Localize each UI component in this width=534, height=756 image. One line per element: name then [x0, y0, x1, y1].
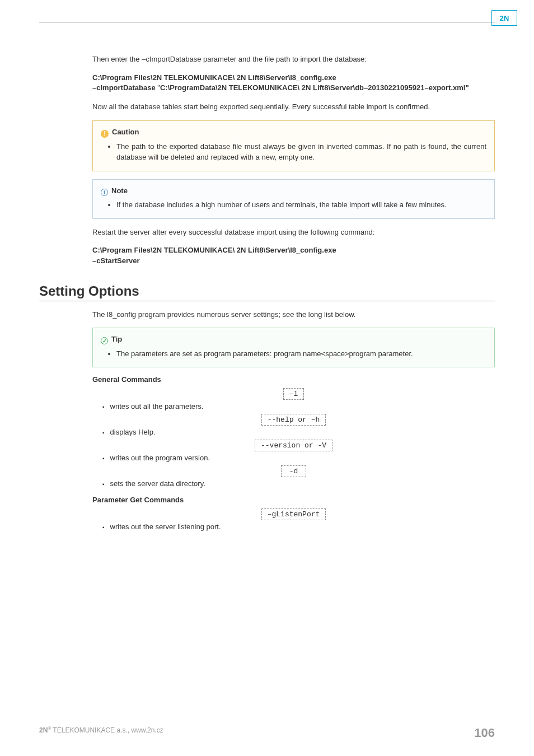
flag-glisten-row: –gListenPort [92, 508, 495, 520]
page-number: 106 [474, 726, 495, 740]
cmd1-line2a: –cImportDatabase [92, 83, 157, 92]
flag-help-desc-item: displays Help. [102, 428, 495, 436]
flag-d-desc-item: sets the server data directory. [102, 479, 495, 488]
parameter-get-heading: Parameter Get Commands [92, 496, 495, 504]
section-heading: Setting Options [39, 283, 495, 301]
tip-title-row: ✓Tip [101, 334, 486, 345]
flag-glisten-code: –gListenPort [261, 508, 326, 520]
flag-glisten-desc-item: writes out the server listening port. [102, 522, 495, 531]
general-commands-heading: General Commands [92, 375, 495, 384]
flag-d-row: -d [92, 465, 495, 477]
cmd1-line2c: C:\ProgramData\2N TELEKOMUNIKACE\ 2N Lif… [160, 83, 469, 92]
footer-company: TELEKOMUNIKACE a.s., www.2n.cz [51, 726, 163, 734]
note-admonition: iNote If the database includes a high nu… [92, 179, 495, 219]
flag-d-desc: sets the server data directory. [110, 479, 205, 488]
cmd1-line1: C:\Program Files\2N TELEKOMUNIKACE\ 2N L… [92, 73, 336, 82]
flag-l-desc: writes out all the parameters. [110, 402, 204, 410]
footer: 2N® TELEKOMUNIKACE a.s., www.2n.cz 106 [39, 726, 495, 740]
caution-title-row: !Caution [101, 127, 486, 138]
content-area-2: The l8_config program provides numerous … [92, 309, 495, 531]
flag-help-row: --help or –h [92, 414, 495, 426]
flag-l-code: –l [283, 388, 305, 400]
restart-paragraph: Restart the server after every successfu… [92, 227, 495, 238]
flag-glisten-desc: writes out the server listening port. [110, 522, 221, 531]
tip-title: Tip [111, 335, 122, 343]
cmd2-line1: C:\Program Files\2N TELEKOMUNIKACE\ 2N L… [92, 246, 336, 254]
caution-admonition: !Caution The path to the exported databa… [92, 120, 495, 171]
note-body: If the database includes a high number o… [116, 199, 486, 211]
tip-body: The parameters are set as program parame… [116, 348, 486, 360]
brand-logo: 2N [491, 10, 517, 26]
flag-d-code: -d [281, 465, 307, 477]
page-body: Then enter the –cImportDatabase paramete… [0, 0, 534, 561]
footer-brand: 2N [39, 726, 48, 734]
footer-left: 2N® TELEKOMUNIKACE a.s., www.2n.cz [39, 726, 163, 740]
flag-version-desc: writes out the program version. [110, 454, 210, 462]
caution-title: Caution [112, 128, 139, 136]
info-icon: i [101, 189, 108, 196]
caution-body: The path to the exported database file m… [116, 141, 486, 163]
note-title: Note [111, 186, 128, 195]
intro-paragraph-2: Now all the database tables start being … [92, 101, 495, 113]
check-icon: ✓ [101, 337, 108, 344]
command-block-2: C:\Program Files\2N TELEKOMUNIKACE\ 2N L… [92, 245, 495, 267]
flag-l-desc-item: writes out all the parameters. [102, 402, 495, 410]
flag-l-row: –l [92, 388, 495, 400]
top-rule [39, 22, 495, 23]
intro-paragraph-1: Then enter the –cImportDatabase paramete… [92, 54, 495, 65]
flag-version-row: --version or -V [92, 440, 495, 451]
note-title-row: iNote [101, 185, 486, 197]
content-area: Then enter the –cImportDatabase paramete… [92, 54, 495, 267]
flag-help-desc: displays Help. [110, 428, 156, 436]
cmd2-line2: –cStartServer [92, 256, 140, 265]
flag-version-desc-item: writes out the program version. [102, 454, 495, 462]
flag-version-code: --version or -V [255, 440, 332, 451]
caution-icon: ! [101, 130, 109, 138]
heading-intro: The l8_config program provides numerous … [92, 309, 495, 320]
flag-help-code: --help or –h [261, 414, 326, 426]
command-block-1: C:\Program Files\2N TELEKOMUNIKACE\ 2N L… [92, 73, 495, 94]
tip-admonition: ✓Tip The parameters are set as program p… [92, 328, 495, 367]
